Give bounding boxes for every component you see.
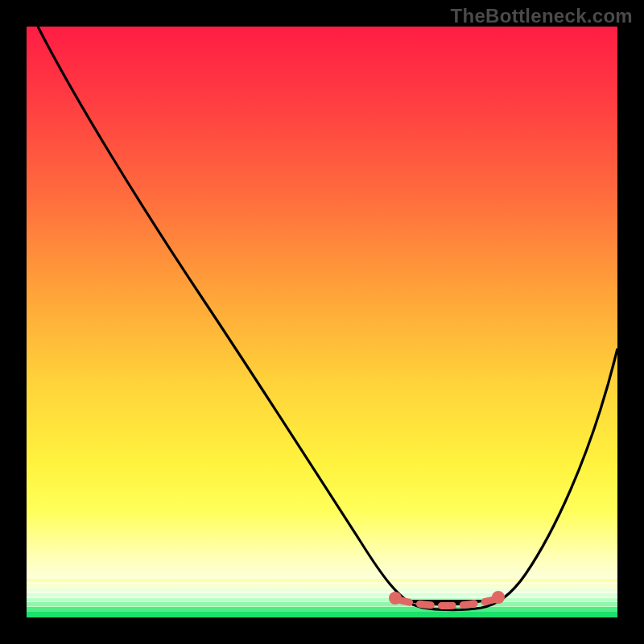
watermark-text: TheBottleneck.com: [451, 5, 633, 27]
curve-layer: [27, 27, 617, 617]
optimal-range-start-dot: [389, 592, 402, 605]
optimal-range-end-dot: [492, 591, 505, 604]
chart-frame: TheBottleneck.com: [0, 0, 644, 644]
bottleneck-curve: [38, 27, 617, 610]
plot-area: [27, 27, 617, 617]
